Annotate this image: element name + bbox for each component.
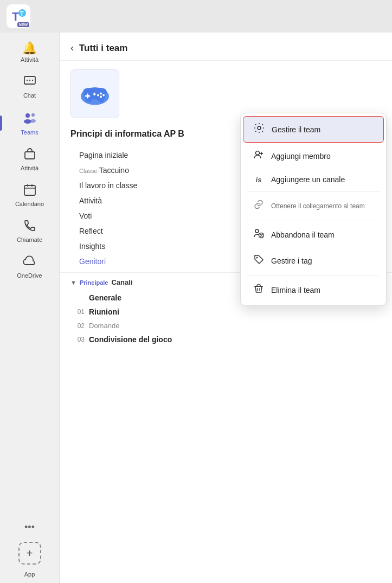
sidebar-label-chat: Chat	[23, 92, 36, 99]
is-icon: is	[253, 176, 265, 184]
menu-divider-3	[247, 275, 380, 276]
tag-icon	[253, 254, 265, 267]
menu-label-gestire-tag: Gestire i tag	[271, 257, 312, 265]
menu-item-elimina[interactable]: Elimina il team	[243, 277, 384, 303]
svg-point-22	[100, 96, 102, 98]
content-area: ‹ Tutti i team	[60, 33, 392, 583]
svg-point-32	[256, 257, 258, 259]
channel-riunioni[interactable]: 01 Riunioni	[70, 305, 381, 319]
menu-label-aggiungi-canale: Aggiungere un canale	[271, 175, 345, 184]
svg-point-8	[25, 113, 30, 118]
svg-point-20	[100, 93, 102, 95]
sidebar-item-teams[interactable]: Teams	[0, 105, 59, 141]
menu-item-abbandona[interactable]: Abbandona il team	[243, 222, 384, 247]
back-button[interactable]: ‹	[70, 42, 74, 54]
channel-num-domande: 02	[74, 322, 85, 330]
calendar-icon	[23, 183, 36, 198]
more-options[interactable]: •••	[20, 517, 39, 537]
menu-label-elimina: Elimina il team	[271, 286, 320, 294]
plus-icon: +	[27, 547, 33, 560]
svg-point-23	[97, 94, 99, 97]
add-app-button[interactable]: +	[18, 542, 41, 565]
bag-icon	[23, 148, 36, 163]
menu-item-collegamento[interactable]: Ottenere il collegamento al team	[243, 194, 384, 218]
menu-label-aggiungi-membro: Aggiungi membro	[271, 152, 331, 161]
menu-divider-1	[247, 191, 380, 192]
sidebar-item-attivita[interactable]: Attività	[0, 142, 59, 177]
sidebar-item-chiamate[interactable]: Chiamate	[0, 214, 59, 248]
svg-text:T: T	[12, 10, 20, 23]
channels-title: Canali	[111, 278, 132, 286]
channel-name-riunioni: Riunioni	[89, 307, 119, 316]
teams-icon	[23, 111, 37, 127]
svg-rect-19	[85, 95, 90, 97]
svg-point-9	[31, 113, 35, 117]
channel-name-gioco: Condivisione del gioco	[89, 335, 172, 344]
menu-item-gestire-tag[interactable]: Gestire i tag	[243, 248, 384, 273]
svg-rect-25	[93, 94, 96, 95]
svg-point-21	[102, 94, 105, 97]
gear-icon	[253, 123, 265, 136]
svg-point-31	[259, 233, 264, 238]
sidebar-label-attivita: Attività	[21, 165, 38, 171]
svg-point-11	[30, 119, 36, 123]
menu-label-gestire-team: Gestire il team	[272, 125, 320, 134]
sidebar-item-chat[interactable]: Chat	[0, 69, 59, 104]
app-label: App	[24, 571, 35, 578]
collapse-arrow[interactable]: ▼	[70, 279, 76, 286]
dropdown-menu: Gestire il team Aggiungi membro	[240, 113, 387, 306]
menu-item-aggiungi-canale[interactable]: is Aggiungere un canale	[243, 169, 384, 190]
team-logo	[70, 69, 119, 118]
sidebar-item-attivita-nav[interactable]: 🔔 Attività	[0, 37, 59, 68]
sidebar-label-chiamate: Chiamate	[17, 236, 42, 243]
add-user-icon	[253, 149, 265, 163]
cloud-icon	[23, 255, 37, 270]
menu-item-aggiungi-membro[interactable]: Aggiungi membro	[243, 143, 384, 169]
sidebar: 🔔 Attività Chat	[0, 33, 60, 583]
trash-icon	[253, 283, 265, 297]
channel-name-generale: Generale	[89, 293, 121, 302]
channel-gioco[interactable]: 03 Condivisione del gioco	[70, 332, 381, 347]
chat-icon	[23, 75, 36, 90]
phone-icon	[23, 219, 36, 234]
svg-point-26	[258, 126, 261, 130]
sidebar-label-onedrive: OneDrive	[17, 272, 42, 279]
leave-icon	[253, 228, 265, 241]
sidebar-label-attivita-nav: Attività	[21, 56, 38, 63]
page-title: Tutti i team	[79, 43, 127, 54]
sidebar-label-teams: Teams	[21, 129, 38, 136]
svg-text:T: T	[20, 10, 24, 17]
menu-item-gestire-team[interactable]: Gestire il team	[243, 116, 384, 143]
top-bar: T T NEW	[0, 0, 392, 33]
channels-badge: Principale	[80, 279, 108, 286]
svg-point-10	[24, 119, 31, 124]
svg-point-5	[26, 80, 27, 81]
new-badge: NEW	[17, 22, 29, 27]
sidebar-item-onedrive[interactable]: OneDrive	[0, 249, 59, 284]
content-header: ‹ Tutti i team	[60, 33, 392, 61]
channel-domande[interactable]: 02 Domande	[70, 319, 381, 332]
svg-rect-12	[25, 152, 35, 159]
team-name: Principi di informatica AP B	[70, 129, 184, 139]
svg-rect-13	[24, 185, 35, 195]
svg-point-7	[31, 80, 33, 81]
menu-label-abbandona: Abbandona il team	[271, 230, 335, 239]
channel-num-gioco: 03	[74, 336, 85, 343]
bell-icon: 🔔	[22, 42, 37, 54]
svg-point-27	[256, 151, 260, 155]
svg-point-6	[29, 80, 30, 81]
link-icon	[253, 200, 265, 212]
sidebar-label-calendario: Calendario	[15, 201, 44, 207]
menu-label-collegamento: Ottenere il collegamento al team	[271, 202, 365, 210]
channel-num-riunioni: 01	[74, 308, 85, 316]
classe-label: Classe	[79, 168, 99, 174]
channel-name-domande: Domande	[89, 322, 119, 330]
sidebar-item-calendario[interactable]: Calendario	[0, 178, 59, 213]
menu-divider-2	[247, 220, 380, 220]
app-logo: T T NEW	[7, 4, 30, 28]
svg-point-30	[255, 229, 259, 233]
